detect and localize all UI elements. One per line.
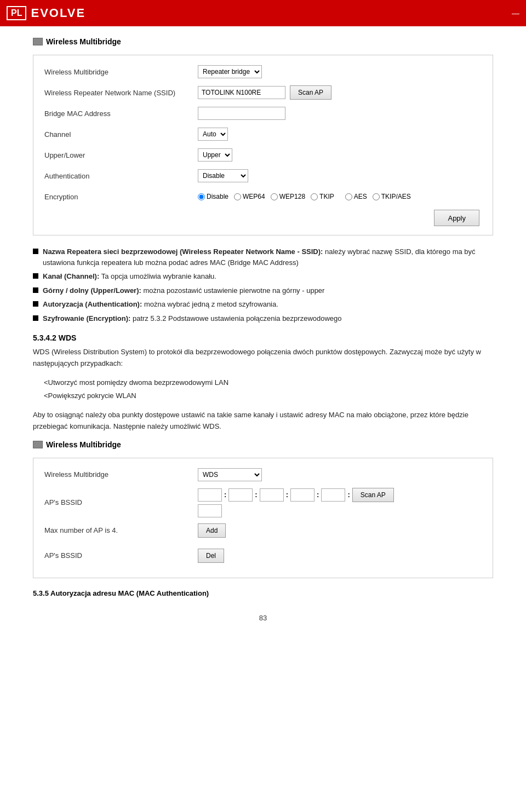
multibridge-type-row: Wireless Multibridge Repeater bridge WDS	[44, 64, 482, 79]
bullet-text-5: Szyfrowanie (Encryption): patrz 5.3.2 Po…	[43, 313, 342, 324]
radio-aes-input[interactable]	[345, 193, 352, 200]
minimize-button[interactable]: —	[512, 9, 519, 18]
bullet-text-1: Nazwa Repeatera sieci bezprzewodowej (Wi…	[43, 246, 493, 268]
bssid-colon-1: :	[224, 491, 226, 499]
wds-multibridge-control: WDS Repeater bridge	[198, 468, 262, 481]
multibridge-select[interactable]: Repeater bridge WDS	[198, 65, 262, 78]
bssid-input-3[interactable]	[260, 488, 284, 502]
max-ap-label: Max number of AP is 4.	[44, 526, 198, 534]
repeater-bridge-panel: Wireless Multibridge Repeater bridge WDS…	[33, 55, 493, 235]
authentication-control: Disable WEP WPA-PSK WPA2-PSK	[198, 169, 248, 182]
bssid-input-5[interactable]	[321, 488, 345, 502]
scan-ap-button-wds[interactable]: Scan AP	[352, 488, 394, 502]
apply-row: Apply	[44, 210, 482, 226]
bridge-mac-control	[198, 107, 285, 120]
section1-title: Wireless Multibridge	[46, 37, 121, 46]
radio-tkipaes-input[interactable]	[373, 193, 380, 200]
wds-multibridge-select[interactable]: WDS Repeater bridge	[198, 468, 262, 481]
wds-list-item-1: <Utworzyć most pomiędzy dwoma bezprzewod…	[44, 377, 493, 389]
radio-tkip[interactable]: TKIP	[311, 193, 334, 200]
bssid-colon-3: :	[286, 491, 288, 499]
radio-tkipaes[interactable]: TKIP/AES	[373, 193, 411, 200]
bssid-input-1[interactable]	[198, 488, 222, 502]
radio-disable[interactable]: Disable	[198, 193, 228, 200]
encryption-control: Disable WEP64 WEP128 TKIP AES	[198, 193, 411, 201]
bssid-colon-5: :	[347, 491, 350, 499]
wds-list-item-2: <Powiększyć pokrycie WLAN	[44, 390, 493, 402]
upperlower-control: Upper Lower	[198, 148, 232, 162]
wds-bssid-label: AP's BSSID	[44, 498, 198, 506]
bssid-colon-4: :	[317, 491, 319, 499]
wds-subsection-heading: 5.3.4.2 WDS	[33, 333, 493, 342]
bridge-mac-label: Bridge MAC Address	[44, 110, 198, 118]
radio-wep64-input[interactable]	[234, 193, 241, 200]
wds-section-icon	[33, 441, 43, 448]
encryption-radios: Disable WEP64 WEP128 TKIP AES	[198, 193, 411, 201]
ssid-input[interactable]	[198, 86, 285, 99]
bullet-icon-5	[33, 315, 38, 321]
authentication-row: Authentication Disable WEP WPA-PSK WPA2-…	[44, 168, 482, 183]
ssid-row: Wireless Repeater Network Name (SSID) Sc…	[44, 85, 482, 100]
bullet-item-3: Górny / dolny (Upper/Lower): można pozos…	[33, 285, 493, 296]
radio-aes[interactable]: AES	[345, 193, 367, 200]
wds-body2: Aby to osiągnąć należy oba punkty dostęp…	[33, 410, 493, 433]
main-content: Wireless Multibridge Wireless Multibridg…	[0, 26, 526, 638]
bullet-item-1: Nazwa Repeatera sieci bezprzewodowej (Wi…	[33, 246, 493, 268]
wds-panel-title-row: Wireless Multibridge	[33, 440, 493, 449]
ssid-control: Scan AP	[198, 85, 331, 100]
radio-disable-input[interactable]	[198, 193, 205, 200]
bssid-input-6[interactable]	[198, 504, 222, 517]
upperlower-label: Upper/Lower	[44, 151, 198, 159]
bssid-colon-2: :	[255, 491, 257, 499]
add-button[interactable]: Add	[198, 523, 226, 538]
wds-bssid-bottom-label: AP's BSSID	[44, 551, 198, 560]
bullet-icon-3	[33, 287, 38, 293]
channel-row: Channel Auto 1234 5678 91011	[44, 126, 482, 142]
multibridge-label: Wireless Multibridge	[44, 68, 198, 76]
wds-intro-text: WDS (Wireless Distribution System) to pr…	[33, 347, 493, 370]
pl-badge: PL	[7, 6, 26, 20]
bullet-item-4: Autoryzacja (Authentication): można wybr…	[33, 299, 493, 310]
section1-title-row: Wireless Multibridge	[33, 37, 493, 46]
channel-label: Channel	[44, 130, 198, 139]
radio-wep128[interactable]: WEP128	[271, 193, 305, 200]
del-button[interactable]: Del	[198, 549, 224, 563]
wds-bssid-bottom-row: AP's BSSID Del	[44, 548, 482, 563]
wds-panel: Wireless Multibridge WDS Repeater bridge…	[33, 458, 493, 578]
scan-ap-button-1[interactable]: Scan AP	[290, 85, 331, 100]
bridge-mac-input[interactable]	[198, 107, 285, 120]
page-number: 83	[33, 614, 493, 622]
ssid-label: Wireless Repeater Network Name (SSID)	[44, 89, 198, 97]
section-icon	[33, 38, 43, 45]
bullet-item-5: Szyfrowanie (Encryption): patrz 5.3.2 Po…	[33, 313, 493, 324]
encryption-label: Encryption	[44, 193, 198, 201]
wds-bssid-bottom-control: Del	[198, 549, 224, 563]
bullet-text-3: Górny / dolny (Upper/Lower): można pozos…	[43, 285, 324, 296]
authentication-select[interactable]: Disable WEP WPA-PSK WPA2-PSK	[198, 169, 248, 182]
radio-wep64[interactable]: WEP64	[234, 193, 265, 200]
radio-tkip-input[interactable]	[311, 193, 318, 200]
authentication-label: Authentication	[44, 172, 198, 180]
wds-list: <Utworzyć most pomiędzy dwoma bezprzewod…	[33, 377, 493, 402]
logo: EVOLVE	[31, 6, 85, 20]
channel-select[interactable]: Auto 1234 5678 91011	[198, 128, 228, 141]
bullet-item-2: Kanał (Channel): Ta opcja umożliwia wybr…	[33, 271, 493, 282]
multibridge-control: Repeater bridge WDS	[198, 65, 262, 78]
wds-multibridge-row: Wireless Multibridge WDS Repeater bridge	[44, 467, 482, 482]
wds-panel-title: Wireless Multibridge	[46, 440, 121, 449]
bullet-text-2: Kanał (Channel): Ta opcja umożliwia wybr…	[43, 271, 216, 282]
bullet-icon-2	[33, 273, 38, 279]
apply-button[interactable]: Apply	[434, 210, 479, 226]
max-ap-row: Max number of AP is 4. Add	[44, 523, 482, 538]
bullet-icon-4	[33, 301, 38, 307]
bridge-mac-row: Bridge MAC Address	[44, 106, 482, 121]
header: PL EVOLVE —	[0, 0, 526, 26]
wds-bssid-control: : : : : : Scan AP	[198, 488, 394, 517]
bssid-input-4[interactable]	[290, 488, 315, 502]
bssid-input-2[interactable]	[228, 488, 253, 502]
body-bullets-section: Nazwa Repeatera sieci bezprzewodowej (Wi…	[33, 246, 493, 324]
radio-wep128-input[interactable]	[271, 193, 278, 200]
upperlower-select[interactable]: Upper Lower	[198, 148, 232, 162]
upperlower-row: Upper/Lower Upper Lower	[44, 147, 482, 163]
wds-multibridge-label: Wireless Multibridge	[44, 470, 198, 479]
